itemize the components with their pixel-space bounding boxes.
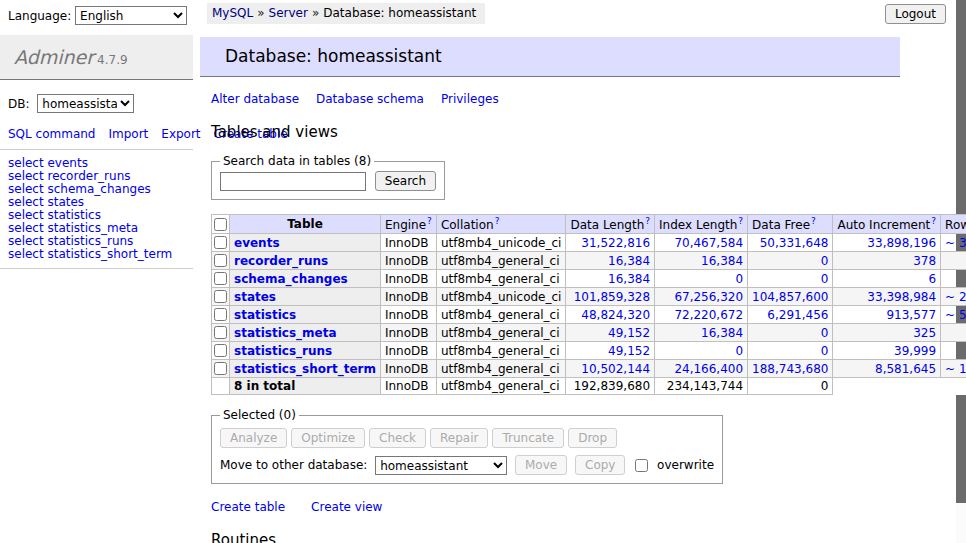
data-free-link[interactable]: 0: [821, 344, 829, 358]
data-free-link[interactable]: 104,857,600: [752, 290, 828, 304]
cell-collation: utf8mb4_general_ci: [436, 252, 566, 270]
data-length-link[interactable]: 101,859,328: [574, 290, 650, 304]
rows-link[interactable]: ~ 299,833: [945, 290, 966, 304]
sidebar-link-sql-command[interactable]: SQL command: [8, 127, 95, 141]
cell-engine: InnoDB: [380, 270, 436, 288]
tables-overview-table: TableEngine?Collation?Data Length?Index …: [211, 214, 966, 395]
move-label: Move to other database:: [220, 458, 367, 472]
move-db-select[interactable]: homeassistant: [375, 456, 507, 475]
auto-increment-link[interactable]: 39,999: [894, 344, 936, 358]
copy-button[interactable]: Copy: [575, 455, 625, 475]
index-length-link[interactable]: 72,220,672: [674, 308, 743, 322]
index-length-link[interactable]: 16,384: [701, 254, 743, 268]
select-all-checkbox[interactable]: [214, 218, 227, 231]
auto-increment-link[interactable]: 378: [913, 254, 936, 268]
sidebar-link-export[interactable]: Export: [161, 127, 200, 141]
rows-link[interactable]: ~ 569,159: [945, 308, 966, 322]
auto-increment-link[interactable]: 913,577: [886, 308, 936, 322]
auto-increment-link[interactable]: 33,398,984: [867, 290, 936, 304]
data-length-link[interactable]: 10,502,144: [581, 362, 650, 376]
row-checkbox[interactable]: [214, 236, 227, 249]
move-button[interactable]: Move: [515, 455, 567, 475]
data-free-link[interactable]: 0: [821, 326, 829, 340]
analyze-button[interactable]: Analyze: [220, 428, 287, 448]
table-name-cell: statistics_short_term: [230, 360, 381, 378]
overwrite-label: overwrite: [657, 458, 714, 472]
rows-link[interactable]: ~ 312,180: [945, 236, 966, 250]
row-checkbox[interactable]: [214, 344, 227, 357]
table-link-recorder-runs[interactable]: recorder_runs: [234, 254, 328, 268]
row-checkbox[interactable]: [214, 254, 227, 267]
row-checkbox[interactable]: [214, 308, 227, 321]
alter-database-link[interactable]: Alter database: [211, 92, 299, 106]
breadcrumb-link-mysql[interactable]: MySQL: [212, 6, 253, 20]
table-link-statistics-runs[interactable]: statistics_runs: [234, 344, 332, 358]
data-free-link[interactable]: 0: [821, 272, 829, 286]
row-checkbox[interactable]: [214, 290, 227, 303]
table-link-events[interactable]: events: [234, 236, 280, 250]
db-select[interactable]: homeassistant: [37, 94, 134, 113]
truncate-button[interactable]: Truncate: [492, 428, 564, 448]
database-schema-link[interactable]: Database schema: [316, 92, 424, 106]
language-label: Language:: [8, 9, 71, 23]
data-length-link[interactable]: 16,384: [608, 272, 650, 286]
index-length-link[interactable]: 16,384: [701, 326, 743, 340]
help-link[interactable]: ?: [645, 216, 650, 226]
language-row: Language: English: [0, 0, 193, 25]
data-length-link[interactable]: 49,152: [608, 326, 650, 340]
data-free-link[interactable]: 6,291,456: [767, 308, 828, 322]
repair-button[interactable]: Repair: [430, 428, 488, 448]
row-checkbox[interactable]: [214, 362, 227, 375]
create-view-link[interactable]: Create view: [311, 500, 382, 514]
table-link-statistics-short-term[interactable]: statistics_short_term: [234, 362, 376, 376]
breadcrumb-link-server[interactable]: Server: [269, 6, 308, 20]
data-free-link[interactable]: 0: [821, 254, 829, 268]
cell-auto-increment: 33,398,984: [833, 288, 941, 306]
table-link-schema-changes[interactable]: schema_changes: [234, 272, 348, 286]
auto-increment-link[interactable]: 6: [928, 272, 936, 286]
data-length-link[interactable]: 48,824,320: [581, 308, 650, 322]
cell-data-free: 188,743,680: [748, 360, 833, 378]
help-link[interactable]: ?: [427, 216, 432, 226]
help-link[interactable]: ?: [738, 216, 743, 226]
help-link[interactable]: ?: [931, 216, 936, 226]
data-free-link[interactable]: 188,743,680: [752, 362, 828, 376]
help-link[interactable]: ?: [495, 216, 500, 226]
column-header-label: Index Length: [659, 218, 737, 232]
data-free-link[interactable]: 50,331,648: [760, 236, 829, 250]
data-length-link[interactable]: 31,522,816: [581, 236, 650, 250]
rows-link[interactable]: ~ 136,108: [945, 362, 966, 376]
row-checkbox[interactable]: [214, 326, 227, 339]
overwrite-checkbox[interactable]: [635, 459, 648, 472]
sidebar-item-select-statistics-short-term[interactable]: select statistics_short_term: [8, 248, 193, 261]
help-link[interactable]: ?: [811, 216, 816, 226]
index-length-link[interactable]: 70,467,584: [674, 236, 743, 250]
index-length-link[interactable]: 0: [735, 344, 743, 358]
drop-button[interactable]: Drop: [568, 428, 617, 448]
footer-data-free: 0: [748, 378, 833, 395]
table-name-cell: statistics_runs: [230, 342, 381, 360]
search-button[interactable]: Search: [375, 171, 436, 191]
language-select[interactable]: English: [75, 6, 187, 25]
privileges-link[interactable]: Privileges: [441, 92, 499, 106]
table-link-statistics[interactable]: statistics: [234, 308, 296, 322]
data-length-link[interactable]: 49,152: [608, 344, 650, 358]
data-length-link[interactable]: 16,384: [608, 254, 650, 268]
optimize-button[interactable]: Optimize: [291, 428, 365, 448]
cell-auto-increment: 325: [833, 324, 941, 342]
adminer-version: 4.7.9: [97, 53, 128, 67]
auto-increment-link[interactable]: 325: [913, 326, 936, 340]
create-table-link[interactable]: Create table: [211, 500, 285, 514]
check-button[interactable]: Check: [369, 428, 426, 448]
index-length-link[interactable]: 0: [735, 272, 743, 286]
index-length-link[interactable]: 67,256,320: [674, 290, 743, 304]
table-link-statistics-meta[interactable]: statistics_meta: [234, 326, 337, 340]
auto-increment-link[interactable]: 33,898,196: [867, 236, 936, 250]
cell-data-length: 49,152: [566, 342, 655, 360]
table-link-states[interactable]: states: [234, 290, 276, 304]
sidebar-link-import[interactable]: Import: [108, 127, 148, 141]
auto-increment-link[interactable]: 8,581,645: [875, 362, 936, 376]
row-checkbox[interactable]: [214, 272, 227, 285]
search-input[interactable]: [220, 172, 366, 191]
index-length-link[interactable]: 24,166,400: [674, 362, 743, 376]
